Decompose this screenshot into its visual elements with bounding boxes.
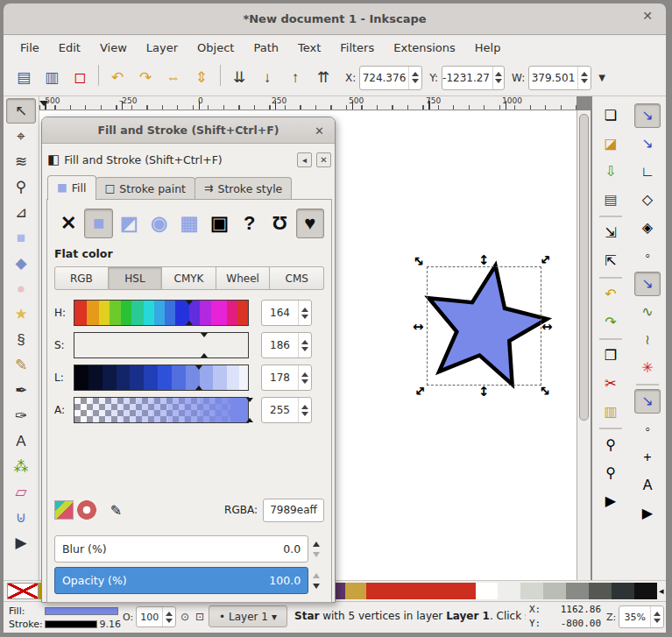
color-slider-track[interactable] bbox=[74, 397, 249, 423]
rotate-ccw-button[interactable]: ↶ bbox=[104, 65, 131, 91]
dialog-close-button[interactable]: ✕ bbox=[315, 124, 324, 138]
menu-file[interactable]: File bbox=[11, 38, 49, 58]
cut-button[interactable]: ✂ bbox=[598, 372, 624, 396]
blur-slider[interactable]: Blur (%) 0.0 bbox=[54, 535, 308, 563]
zoom-drawing-button[interactable]: ⚲ bbox=[598, 461, 624, 485]
dialog-titlebar[interactable]: Fill and Stroke (Shift+Ctrl+F) bbox=[42, 117, 335, 144]
redo-button[interactable]: ↷ bbox=[598, 310, 624, 335]
window-titlebar[interactable]: *New document 1 - Inkscape bbox=[4, 4, 666, 35]
palette-swatch[interactable] bbox=[589, 583, 612, 599]
slider-spinbox[interactable]: 255 bbox=[261, 397, 312, 423]
spinner-arrows[interactable] bbox=[492, 67, 504, 89]
star-tool[interactable]: ★ bbox=[6, 301, 36, 327]
paint-bucket-tool[interactable]: ⊍ bbox=[6, 505, 36, 530]
selector-tool[interactable]: ↖ bbox=[6, 98, 36, 124]
menu-object[interactable]: Object bbox=[187, 38, 244, 58]
tab-stroke-style[interactable]: ⇉ Stroke style bbox=[195, 177, 292, 200]
raise-to-top-button[interactable]: ⇈ bbox=[310, 65, 336, 91]
tab-fill[interactable]: ■ Fill bbox=[47, 175, 96, 200]
measure-tool[interactable]: ⊿ bbox=[6, 200, 36, 225]
scale-handle-e[interactable]: ↔ bbox=[541, 319, 553, 335]
slider-spinbox[interactable]: 164 bbox=[261, 300, 312, 326]
fill-stroke-indicator[interactable]: Fill: Stroke: 9.16 bbox=[9, 605, 121, 631]
horizontal-ruler[interactable]: -500-25002505007501000 bbox=[39, 96, 577, 110]
snap-bbox-toggle[interactable]: ↘ bbox=[634, 131, 661, 156]
lower-step-button[interactable]: ↓ bbox=[254, 65, 280, 91]
ellipse-tool[interactable]: ● bbox=[6, 276, 36, 301]
palette-swatch[interactable] bbox=[520, 583, 543, 599]
snap-nodes-toggle[interactable]: ↘ bbox=[634, 272, 661, 296]
snap-bbox-edge-midpoints-toggle[interactable]: ◈ bbox=[634, 216, 661, 240]
mode-hsl-button[interactable]: HSL bbox=[109, 266, 163, 290]
paint-swatch-button[interactable]: ▣ bbox=[205, 209, 233, 238]
spinner-arrows[interactable] bbox=[308, 541, 324, 557]
fill-rule-nonzero-button[interactable]: ♥ bbox=[296, 209, 324, 238]
menu-path[interactable]: Path bbox=[244, 38, 288, 58]
mode-wheel-button[interactable]: Wheel bbox=[216, 266, 271, 290]
palette-swatch[interactable] bbox=[366, 583, 476, 599]
slider-marker[interactable] bbox=[246, 418, 253, 422]
color-slider-track[interactable] bbox=[74, 300, 249, 326]
spin-input[interactable]: 724.376 bbox=[359, 66, 422, 90]
palette-none-swatch[interactable] bbox=[7, 583, 39, 599]
snap-smooth-nodes-toggle[interactable]: ≀ bbox=[634, 328, 661, 352]
menu-extensions[interactable]: Extensions bbox=[384, 38, 465, 58]
vertical-scrollbar[interactable] bbox=[577, 110, 591, 580]
out-of-gamut-icon[interactable] bbox=[77, 500, 96, 520]
spinner-arrows[interactable] bbox=[577, 67, 591, 89]
node-tool[interactable]: ⌖ bbox=[6, 124, 36, 149]
scale-handle-s[interactable]: ↕ bbox=[478, 384, 490, 400]
layer-lock-icon[interactable]: ⊡ bbox=[195, 611, 204, 623]
layer-visibility-icon[interactable]: ⊙ bbox=[180, 611, 189, 623]
box3d-tool[interactable]: ◆ bbox=[6, 251, 36, 276]
spinner-arrows[interactable] bbox=[298, 333, 311, 357]
palette-swatch[interactable] bbox=[566, 583, 589, 599]
scale-handle-n[interactable]: ↕ bbox=[478, 252, 490, 268]
paint-linear-gradient-button[interactable]: ◩ bbox=[115, 209, 143, 238]
rgba-input[interactable]: 7989eaff bbox=[263, 499, 324, 522]
paint-none-button[interactable]: ✕ bbox=[54, 209, 82, 238]
snap-object-centers-toggle[interactable]: + bbox=[634, 445, 661, 470]
palette-scroll-left-icon[interactable]: ◂ bbox=[659, 585, 664, 597]
spin-input[interactable]: 379.501 bbox=[528, 66, 591, 90]
paint-pattern-button[interactable]: ▦ bbox=[175, 209, 203, 238]
dock-prev-button[interactable]: ◂ bbox=[297, 152, 312, 167]
slider-marker[interactable] bbox=[246, 398, 253, 402]
paint-unknown-button[interactable]: ? bbox=[236, 209, 264, 238]
flip-vertical-button[interactable]: ⇕ bbox=[188, 65, 215, 91]
palette-swatch[interactable] bbox=[634, 583, 657, 599]
palette-swatch[interactable] bbox=[476, 583, 498, 599]
menu-edit[interactable]: Edit bbox=[49, 38, 90, 58]
spiral-tool[interactable]: § bbox=[6, 327, 36, 352]
fill-rule-evenodd-button[interactable]: Ʊ bbox=[265, 209, 294, 238]
calligraphy-tool[interactable]: ✑ bbox=[6, 403, 36, 428]
scale-handle-w[interactable]: ↔ bbox=[413, 319, 424, 335]
open-button[interactable]: ◪ bbox=[598, 131, 624, 156]
snap-enable-toggle[interactable]: ↘ bbox=[634, 103, 661, 128]
lower-to-bottom-button[interactable]: ⇊ bbox=[226, 65, 252, 91]
spinner-arrows[interactable] bbox=[162, 607, 175, 626]
paint-flat-button[interactable]: ■ bbox=[84, 209, 112, 238]
snap-cusp-nodes-toggle[interactable]: ↘ bbox=[634, 389, 661, 414]
snap-midpoints-toggle[interactable]: ◦ bbox=[634, 417, 661, 442]
slider-marker[interactable] bbox=[201, 333, 208, 337]
snapbar-overflow[interactable]: ▶ bbox=[634, 501, 661, 526]
eyedropper-icon[interactable]: ✐ bbox=[108, 504, 122, 515]
pencil-tool[interactable]: ✎ bbox=[6, 352, 36, 378]
mode-cmyk-button[interactable]: CMYK bbox=[162, 266, 216, 290]
pen-tool[interactable]: ✒ bbox=[6, 378, 36, 403]
spray-tool[interactable]: ⁂ bbox=[6, 454, 36, 479]
slider-spinbox[interactable]: 178 bbox=[261, 365, 312, 391]
menu-view[interactable]: View bbox=[90, 38, 137, 58]
flip-horizontal-button[interactable]: ⇔ bbox=[160, 65, 187, 91]
vertical-scrollbar-thumb[interactable] bbox=[579, 114, 589, 421]
slider-spinbox[interactable]: 186 bbox=[261, 332, 312, 358]
spin-input[interactable]: -1231.27 bbox=[442, 66, 505, 90]
spinner-arrows[interactable] bbox=[408, 67, 421, 89]
zoom-tool[interactable]: ⚲ bbox=[6, 174, 36, 200]
print-button[interactable]: ▤ bbox=[598, 188, 624, 212]
new-document-button[interactable]: ❏ bbox=[598, 103, 624, 128]
slider-marker[interactable] bbox=[195, 386, 202, 390]
slider-marker[interactable] bbox=[201, 353, 208, 357]
copy-button[interactable]: ❐ bbox=[598, 343, 624, 368]
